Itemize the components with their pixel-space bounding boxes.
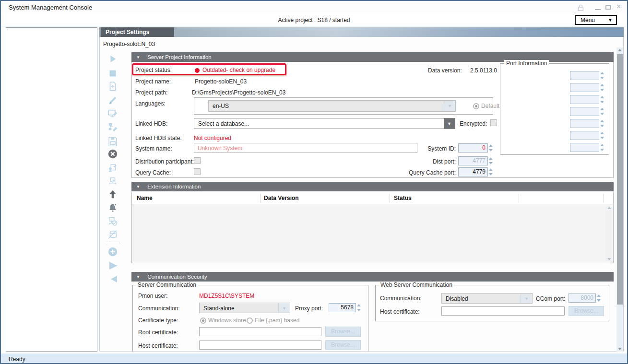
tree-item[interactable] bbox=[6, 99, 97, 105]
query-cache-checkbox[interactable] bbox=[194, 168, 201, 175]
cancel-icon[interactable] bbox=[107, 149, 118, 159]
user-check-icon[interactable] bbox=[107, 163, 118, 173]
close-icon[interactable]: × bbox=[616, 3, 621, 11]
port-spinner[interactable] bbox=[570, 131, 599, 140]
spinner-arrows-icon[interactable] bbox=[600, 143, 604, 152]
host-certificate-browse-button[interactable]: Browse... bbox=[325, 340, 361, 350]
tree-item[interactable] bbox=[6, 80, 97, 86]
minimize-icon[interactable] bbox=[595, 9, 601, 10]
root-certificate-input[interactable] bbox=[199, 327, 321, 336]
communication-dropdown[interactable]: Stand-alone ▼ bbox=[199, 303, 290, 313]
extension-row[interactable] bbox=[132, 235, 613, 244]
windows-store-radio[interactable] bbox=[200, 317, 206, 324]
distribution-participant-checkbox[interactable] bbox=[194, 157, 201, 164]
tree-item[interactable] bbox=[6, 112, 97, 118]
spinner-arrows-icon[interactable] bbox=[356, 303, 361, 312]
section-header-communication-security[interactable]: ▼ Communication Security bbox=[131, 272, 614, 282]
system-id-spinner[interactable]: 0 bbox=[458, 143, 488, 153]
spinner-arrows-icon[interactable] bbox=[600, 83, 604, 92]
default-language-radio[interactable] bbox=[473, 103, 479, 109]
collapse-icon[interactable]: ▼ bbox=[136, 185, 140, 189]
deactivate-icon[interactable] bbox=[107, 273, 119, 285]
tree-item[interactable] bbox=[6, 48, 97, 54]
port-spinner[interactable] bbox=[570, 119, 599, 128]
web-host-certificate-input[interactable] bbox=[441, 306, 565, 316]
hdb-disconnect-icon[interactable] bbox=[107, 229, 118, 240]
maximize-icon[interactable] bbox=[605, 5, 611, 10]
tree-item[interactable] bbox=[6, 42, 97, 48]
extension-table-scrollbar[interactable] bbox=[606, 206, 612, 261]
column-data-version[interactable]: Data Version bbox=[264, 195, 299, 201]
proxy-port-spinner[interactable]: 5678 bbox=[329, 303, 356, 312]
extension-row[interactable] bbox=[132, 206, 613, 215]
ccom-port-spinner[interactable]: 8000 bbox=[569, 294, 596, 303]
start-icon[interactable] bbox=[107, 54, 118, 64]
stop-icon[interactable] bbox=[107, 68, 118, 79]
encrypted-checkbox[interactable] bbox=[490, 119, 497, 126]
web-host-certificate-browse-button[interactable]: Browse... bbox=[569, 306, 604, 316]
host-certificate-input[interactable] bbox=[199, 341, 321, 350]
tree-item[interactable] bbox=[6, 86, 97, 93]
extension-row[interactable] bbox=[132, 215, 613, 225]
scrollbar-thumb[interactable] bbox=[617, 54, 623, 305]
activate-icon[interactable] bbox=[107, 260, 119, 271]
spinner-arrows-icon[interactable] bbox=[600, 95, 604, 104]
spinner-arrows-icon[interactable] bbox=[600, 71, 604, 80]
language-dropdown[interactable]: en-US ▼ bbox=[208, 100, 456, 112]
column-status[interactable]: Status bbox=[394, 195, 412, 201]
tree-item[interactable] bbox=[6, 176, 97, 182]
edit-station-icon[interactable] bbox=[107, 108, 118, 119]
tree-item[interactable] bbox=[6, 29, 97, 35]
main-scrollbar[interactable] bbox=[616, 47, 623, 352]
tree-item[interactable] bbox=[6, 67, 97, 73]
add-icon[interactable] bbox=[107, 247, 118, 257]
spinner-arrows-icon[interactable] bbox=[488, 143, 493, 153]
spinner-arrows-icon[interactable] bbox=[600, 107, 604, 116]
column-name[interactable]: Name bbox=[137, 195, 153, 201]
tree-item[interactable] bbox=[6, 137, 97, 143]
tree-item[interactable] bbox=[6, 131, 97, 137]
spinner-arrows-icon[interactable] bbox=[600, 119, 604, 128]
linked-hdb-dropdown[interactable]: Select a database... ▼ bbox=[194, 118, 455, 129]
dist-port-spinner[interactable]: 4777 bbox=[458, 156, 488, 165]
system-disconnect-icon[interactable] bbox=[107, 216, 118, 226]
edit-icon[interactable] bbox=[107, 95, 118, 106]
tree-item[interactable] bbox=[6, 54, 97, 60]
system-check-icon[interactable] bbox=[107, 176, 118, 187]
menu-dropdown[interactable]: Menu ▼ bbox=[575, 15, 617, 25]
tree-item[interactable] bbox=[6, 156, 97, 163]
notifications-off-icon[interactable] bbox=[107, 202, 118, 213]
pem-file-radio[interactable] bbox=[247, 317, 253, 324]
query-cache-port-spinner[interactable]: 4779 bbox=[458, 167, 488, 176]
port-spinner[interactable] bbox=[570, 95, 599, 104]
port-spinner[interactable] bbox=[570, 143, 599, 152]
extension-row[interactable] bbox=[132, 244, 613, 254]
tree-item[interactable] bbox=[6, 124, 97, 130]
spinner-arrows-icon[interactable] bbox=[488, 156, 493, 165]
collapse-icon[interactable]: ▼ bbox=[136, 275, 140, 279]
root-certificate-browse-button[interactable]: Browse... bbox=[325, 327, 361, 337]
extension-row[interactable] bbox=[132, 225, 613, 235]
save-icon[interactable] bbox=[107, 136, 118, 146]
tree-item[interactable] bbox=[6, 169, 97, 176]
port-spinner[interactable] bbox=[570, 71, 599, 80]
tree-item[interactable] bbox=[6, 143, 97, 150]
tab-project-settings[interactable]: Project Settings bbox=[101, 27, 174, 37]
tree-item[interactable] bbox=[6, 93, 97, 99]
section-header-extension-info[interactable]: ▼ Extension Information bbox=[131, 182, 614, 191]
tree-item[interactable] bbox=[6, 150, 97, 156]
tree-item[interactable] bbox=[6, 60, 97, 67]
edit-distribution-icon[interactable] bbox=[107, 122, 118, 132]
tree-item[interactable] bbox=[6, 73, 97, 80]
tree-item[interactable] bbox=[6, 118, 97, 124]
tree-item[interactable] bbox=[6, 35, 97, 41]
port-spinner[interactable] bbox=[570, 83, 599, 92]
spinner-arrows-icon[interactable] bbox=[488, 167, 493, 176]
spinner-arrows-icon[interactable] bbox=[600, 131, 604, 140]
spinner-arrows-icon[interactable] bbox=[596, 294, 601, 303]
collapse-icon[interactable]: ▼ bbox=[136, 55, 140, 59]
restore-project-icon[interactable] bbox=[107, 81, 118, 92]
upgrade-icon[interactable] bbox=[107, 189, 118, 200]
port-spinner[interactable] bbox=[570, 107, 599, 116]
tree-item[interactable] bbox=[6, 163, 97, 169]
